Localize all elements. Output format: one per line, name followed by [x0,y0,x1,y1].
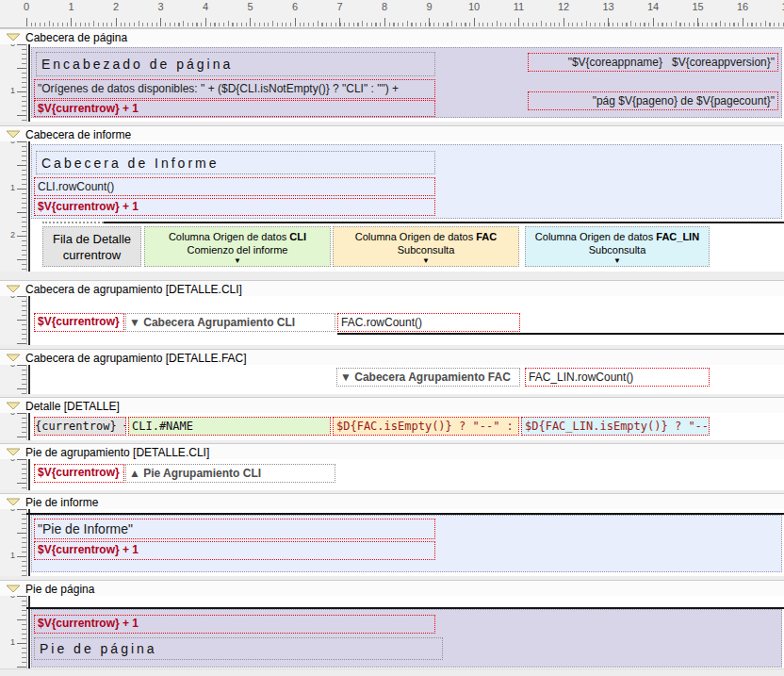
column-box-cli[interactable]: Columna Origen de datos CLI Comienzo del… [144,226,331,267]
vruler-label: 0 [10,413,15,417]
band-body-page-footer: 01 $V{currentrow} + 1 Pie de página [0,596,784,669]
hruler-label: 2 [106,1,125,12]
band-label: Pie de informe [25,496,98,509]
detail-cell-currentrow[interactable]: {currentrow} + [34,417,126,436]
detail-row-box[interactable]: Fila de Detalle currentrow [42,226,141,267]
dotted-line [42,222,104,223]
textfield-currentrow[interactable]: $V{currentrow} + 1 [34,464,124,483]
detail-cell-fac-lin-expression[interactable]: $D{FAC_LIN.isEmpty()} ? "--" [521,417,710,436]
vertical-ruler: 0 [0,459,27,490]
textfield-currentrow[interactable]: $V{currentrow} + 1 [34,198,435,216]
textfield-cli-rowcount[interactable]: CLI.rowCount() [34,177,435,196]
band-body-group-header-cli: 0 $V{currentrow} + 1 ▼ Cabecera Agrupami… [0,296,784,345]
hruler-label: 3 [152,1,171,12]
hruler-label: 5 [241,1,260,12]
band-body-group-header-fac: 0 ▼ Cabecera Agrupamiento FAC FAC_LIN.ro… [0,365,784,394]
hruler-label: 12 [554,1,573,12]
band-body-report-footer: 01 "Pie de Informe" $V{currentrow} + 1 [0,509,784,576]
static-text-report-header-title[interactable]: Cabecera de Informe [36,151,435,174]
column-subtitle: Subconsulta [334,243,518,256]
column-subtitle: Subconsulta [526,243,709,256]
band-label: Detalle [DETALLE] [25,400,120,413]
hruler-label: 7 [331,1,350,12]
dropdown-arrow-icon[interactable]: ▼ [526,256,709,265]
collapse-triangle-icon[interactable] [6,498,21,506]
margin-line [28,459,30,490]
report-band-designer: 01234567891011121314151617 Cabecera de p… [0,0,784,676]
band-label: Cabecera de agrupamiento [DETALLE.FAC] [25,352,247,365]
textfield-fac-rowcount[interactable]: FAC.rowCount() [337,313,520,332]
ruler-ticks [17,365,26,394]
ruler-ticks [17,413,26,440]
column-prefix: Columna Origen de datos [535,231,653,242]
vruler-label: 1 [10,86,15,95]
hruler-label: 15 [689,1,708,12]
textfield-page-number[interactable]: "pág $V{pageno} de $V{pagecount}" [528,91,778,110]
static-text-group-header-fac[interactable]: ▼ Cabecera Agrupamiento FAC [336,368,520,387]
static-text-group-header-cli[interactable]: ▼ Cabecera Agrupamiento CLI [125,313,335,332]
margin-line [28,413,30,440]
vertical-ruler: 01 [0,596,27,669]
ruler-ticks [17,141,26,272]
bottom-strip [0,668,784,676]
vertical-ruler: 012 [0,141,27,272]
static-text-page-header-title[interactable]: Encabezado de página [36,52,435,76]
vertical-ruler: 0 [0,365,27,394]
column-box-fac-title: Columna Origen de datos FAC [334,230,518,243]
band-label: Pie de página [25,583,94,596]
margin-line [28,296,30,345]
margin-line [28,141,30,272]
textfield-currentrow[interactable]: $V{currentrow} + 1 [34,313,124,332]
collapse-triangle-icon[interactable] [6,585,21,593]
vruler-label: 0 [10,596,15,600]
collapse-triangle-icon[interactable] [6,285,21,293]
textfield-datasources-expression[interactable]: "Orígenes de datos disponibles: " + ($D{… [34,79,435,99]
hruler-label: 14 [644,1,662,12]
column-box-fac[interactable]: Columna Origen de datos FAC Subconsulta … [333,226,519,267]
detail-row-box-line2: currentrow [43,247,140,263]
hruler-label: 6 [286,1,304,12]
dropdown-arrow-icon[interactable]: ▼ [145,256,330,265]
detail-row-box-line1: Fila de Detalle [43,231,140,247]
vertical-ruler: 0 [0,413,27,440]
textfield-currentrow[interactable]: $V{currentrow} + 1 [34,615,435,634]
separator-line[interactable] [104,222,784,223]
column-box-cli-title: Columna Origen de datos CLI [145,230,330,243]
hruler-label: 9 [420,1,439,12]
static-text-group-footer-cli[interactable]: ▲ Pie Agrupamiento CLI [125,464,335,483]
textfield-currentrow[interactable]: $V{currentrow} + 1 [34,100,435,117]
column-box-fac-lin[interactable]: Columna Origen de datos FAC_LIN Subconsu… [525,226,710,267]
ruler-ticks [17,509,26,576]
margin-line [28,44,30,122]
static-text-page-footer-title[interactable]: Pie de página [34,637,443,660]
detail-cell-cli-name[interactable]: CLI.#NAME [128,417,331,436]
detail-cell-fac-expression[interactable]: $D{FAC.isEmpty()} ? "--" : " [333,417,519,436]
textfield-currentrow[interactable]: $V{currentrow} + 1 [34,541,435,560]
column-name: CLI [289,231,306,242]
vertical-ruler: 01 [0,509,27,576]
hruler-label: 1 [62,1,81,12]
hruler-label: 0 [17,1,36,12]
collapse-triangle-icon[interactable] [6,33,21,41]
vruler-label: 0 [10,141,15,145]
collapse-triangle-icon[interactable] [6,354,21,362]
collapse-triangle-icon[interactable] [6,130,21,139]
hruler-label: 16 [733,1,752,12]
hruler-label: 8 [375,1,394,12]
vruler-label: 2 [10,230,15,239]
textfield-appname-version[interactable]: "$V{coreappname} $V{coreappversion}" [528,53,778,72]
band-body-report-header: 012 Cabecera de Informe CLI.rowCount() $… [0,141,784,272]
separator-line[interactable] [337,333,784,335]
hruler-label: 10 [465,1,483,12]
column-box-fac-lin-title: Columna Origen de datos FAC_LIN [526,230,709,243]
collapse-triangle-icon[interactable] [6,448,21,456]
textfield-report-footer-title[interactable]: "Pie de Informe" [34,519,435,539]
dropdown-arrow-icon[interactable]: ▼ [334,256,518,265]
hruler-label: 11 [510,1,529,12]
column-name: FAC_LIN [656,231,699,242]
textfield-fac-lin-rowcount[interactable]: FAC_LIN.rowCount() [525,368,710,387]
collapse-triangle-icon[interactable] [6,402,21,410]
ruler-ticks [26,18,784,26]
hruler-label: 17 [778,1,784,12]
band-label: Cabecera de informe [25,128,131,141]
